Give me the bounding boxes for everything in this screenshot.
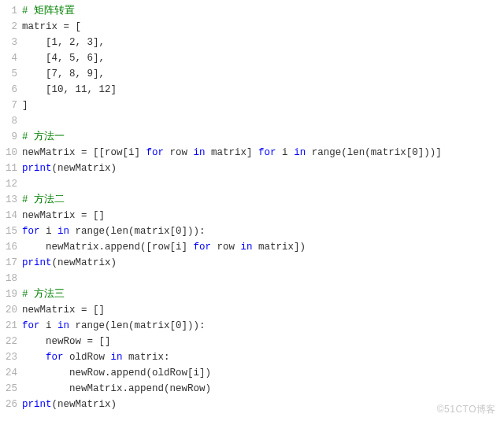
code-line: 15for i in range(len(matrix[0])): <box>0 223 504 239</box>
code-line: 5 [7, 8, 9], <box>0 66 504 82</box>
code-line: 7] <box>0 98 504 113</box>
token-n: (newMatrix) <box>52 163 117 174</box>
token-k: print <box>22 399 52 410</box>
line-number: 16 <box>0 239 22 255</box>
code-content: newMatrix.append([row[i] for row in matr… <box>22 239 504 255</box>
code-content: newMatrix = [[row[i] for row in matrix] … <box>22 145 504 161</box>
token-k: for <box>22 226 40 237</box>
token-n: newMatrix = [] <box>22 305 105 316</box>
code-content: print(newMatrix) <box>22 161 504 176</box>
code-content: newMatrix = [] <box>22 208 504 223</box>
code-line: 26print(newMatrix) <box>0 397 504 412</box>
code-content: newMatrix = [] <box>22 302 504 318</box>
token-n: newMatrix = [] <box>22 210 105 221</box>
token-k: for <box>22 320 40 331</box>
token-n: matrix] <box>206 147 259 158</box>
token-k: in <box>194 147 206 158</box>
line-number: 22 <box>0 334 22 349</box>
line-number: 8 <box>0 113 22 129</box>
token-k: print <box>22 257 52 268</box>
token-k: in <box>57 226 69 237</box>
token-k: in <box>111 352 123 363</box>
code-content: [1, 2, 3], <box>22 35 504 50</box>
code-line: 12 <box>0 176 504 192</box>
line-number: 7 <box>0 98 22 113</box>
line-number: 24 <box>0 365 22 381</box>
watermark: ©51CTO博客 <box>437 403 496 416</box>
token-c: # 方法一 <box>22 131 65 142</box>
code-line: 22 newRow = [] <box>0 334 504 349</box>
token-n: ] <box>22 100 28 111</box>
code-content: matrix = [ <box>22 19 504 35</box>
code-line: 6 [10, 11, 12] <box>0 82 504 98</box>
code-line: 13# 方法二 <box>0 192 504 208</box>
line-number: 4 <box>0 50 22 66</box>
code-line: 21for i in range(len(matrix[0])): <box>0 318 504 334</box>
code-line: 20newMatrix = [] <box>0 302 504 318</box>
code-content: # 方法三 <box>22 286 504 302</box>
token-n: [7, 8, 9], <box>22 68 105 79</box>
token-n: newRow.append(oldRow[i]) <box>22 367 211 379</box>
token-n: (newMatrix) <box>52 257 117 268</box>
line-number: 19 <box>0 286 22 302</box>
token-k: for <box>258 147 276 158</box>
token-n: oldRow <box>64 352 111 363</box>
code-block: 1# 矩阵转置2matrix = [3 [1, 2, 3],4 [4, 5, 6… <box>0 0 504 412</box>
line-number: 21 <box>0 318 22 334</box>
line-number: 17 <box>0 255 22 271</box>
line-number: 11 <box>0 161 22 176</box>
line-number: 15 <box>0 223 22 239</box>
token-n: row <box>164 147 194 158</box>
token-n: row <box>211 242 241 253</box>
token-k: print <box>22 163 52 174</box>
token-n: (newMatrix) <box>52 399 117 410</box>
code-content: # 方法二 <box>22 192 504 208</box>
token-n: i <box>276 147 295 158</box>
token-n: range(len(matrix[0])): <box>69 226 206 237</box>
line-number: 13 <box>0 192 22 208</box>
token-c: # 方法三 <box>22 289 65 300</box>
code-content: # 矩阵转置 <box>22 3 504 19</box>
code-content: [10, 11, 12] <box>22 82 504 98</box>
line-number: 18 <box>0 271 22 286</box>
code-line: 17print(newMatrix) <box>0 255 504 271</box>
code-line: 14newMatrix = [] <box>0 208 504 223</box>
code-line: 19# 方法三 <box>0 286 504 302</box>
line-number: 25 <box>0 381 22 397</box>
token-c: # 矩阵转置 <box>22 6 75 17</box>
token-k: in <box>57 320 69 331</box>
token-n: matrix: <box>123 352 170 363</box>
code-line: 8 <box>0 113 504 129</box>
token-k: in <box>241 242 253 253</box>
line-number: 5 <box>0 66 22 82</box>
line-number: 23 <box>0 349 22 365</box>
code-content: newRow.append(oldRow[i]) <box>22 365 504 381</box>
token-k: for <box>46 352 64 363</box>
token-n <box>22 352 46 363</box>
line-number: 6 <box>0 82 22 98</box>
token-n: range(len(matrix[0])): <box>69 320 206 331</box>
code-line: 16 newMatrix.append([row[i] for row in m… <box>0 239 504 255</box>
token-n: [4, 5, 6], <box>22 53 105 64</box>
line-number: 9 <box>0 129 22 145</box>
token-n: matrix = [ <box>22 21 81 32</box>
token-n: i <box>40 320 58 331</box>
code-content: print(newMatrix) <box>22 255 504 271</box>
code-content: [4, 5, 6], <box>22 50 504 66</box>
code-line: 3 [1, 2, 3], <box>0 35 504 50</box>
code-content: for i in range(len(matrix[0])): <box>22 318 504 334</box>
line-number: 12 <box>0 176 22 192</box>
token-n: [1, 2, 3], <box>22 37 105 48</box>
code-line: 4 [4, 5, 6], <box>0 50 504 66</box>
token-k: for <box>194 242 212 253</box>
code-content: ] <box>22 98 504 113</box>
line-number: 2 <box>0 19 22 35</box>
token-n: [10, 11, 12] <box>22 84 117 95</box>
code-line: 25 newMatrix.append(newRow) <box>0 381 504 397</box>
code-content: newRow = [] <box>22 334 504 349</box>
code-line: 9# 方法一 <box>0 129 504 145</box>
token-n: range(len(matrix[0]))] <box>306 147 442 158</box>
code-content: for oldRow in matrix: <box>22 349 504 365</box>
token-c: # 方法二 <box>22 194 65 205</box>
token-k: in <box>294 147 306 158</box>
